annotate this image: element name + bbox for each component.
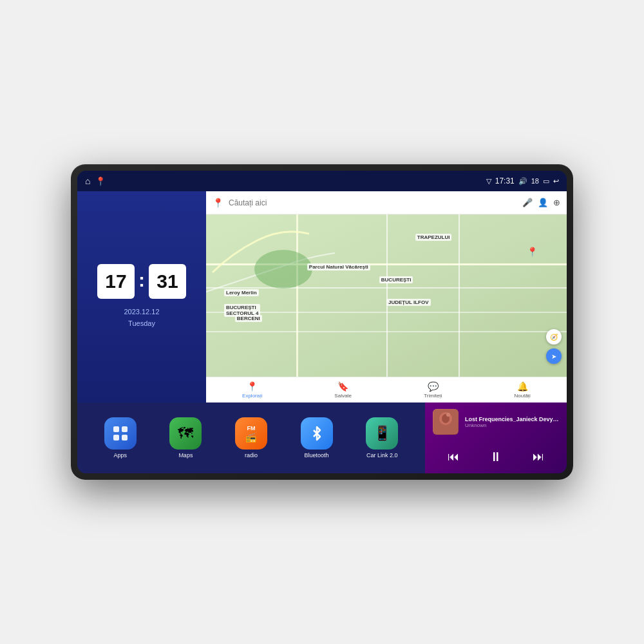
main-content: 17 : 31 2023.12.12 Tuesday 📍 🎤 👤 ⊕ bbox=[77, 191, 567, 402]
music-player: Lost Frequencies_Janieck Devy-... Unknow… bbox=[425, 402, 567, 473]
clock-minute: 31 bbox=[149, 264, 186, 299]
svg-rect-3 bbox=[113, 435, 119, 440]
map-panel: 📍 🎤 👤 ⊕ bbox=[206, 191, 567, 402]
news-icon: 🔔 bbox=[517, 381, 528, 392]
home-icon[interactable]: ⌂ bbox=[85, 176, 90, 186]
map-nav-explore[interactable]: 📍 Explorați bbox=[242, 381, 262, 399]
day-value: Tuesday bbox=[124, 318, 159, 330]
fm-label: FM bbox=[247, 425, 255, 431]
app-icon-bluetooth[interactable]: Bluetooth bbox=[301, 417, 333, 459]
album-art bbox=[433, 410, 458, 434]
next-button[interactable]: ⏭ bbox=[527, 448, 549, 466]
radio-icon-box: FM 📻 bbox=[235, 417, 267, 450]
svg-point-8 bbox=[446, 413, 450, 417]
volume-icon: 🔊 bbox=[518, 177, 527, 185]
app-icons-area: Apps 🗺 Maps FM 📻 radio bbox=[77, 402, 425, 473]
saved-label: Salvate bbox=[334, 393, 352, 399]
svg-point-0 bbox=[254, 250, 312, 289]
clock-hour: 17 bbox=[97, 264, 135, 299]
bluetooth-label: Bluetooth bbox=[305, 452, 329, 459]
map-area[interactable]: BUCUREȘTI JUDEȚUL ILFOV TRAPEZULUI BERCE… bbox=[206, 214, 567, 377]
map-pin-icon: 📍 bbox=[213, 198, 223, 208]
clock-panel: 17 : 31 2023.12.12 Tuesday bbox=[77, 191, 206, 402]
car-display-device: ⌂ 📍 ▽ 17:31 🔊 18 ▭ ↩ 17 : 31 bbox=[71, 164, 573, 480]
location-pin: 📍 bbox=[527, 247, 538, 257]
map-label-parc: Parcul Natural Văcărești bbox=[307, 263, 370, 270]
bluetooth-svg-icon bbox=[309, 426, 325, 441]
music-artist: Unknown bbox=[465, 422, 559, 428]
account-icon[interactable]: 👤 bbox=[538, 198, 548, 207]
clock-colon: : bbox=[138, 264, 145, 299]
map-nav-share[interactable]: 💬 Trimiteți bbox=[424, 381, 442, 399]
date-value: 2023.12.12 bbox=[124, 307, 159, 318]
carlink-icon-glyph: 📱 bbox=[374, 425, 391, 442]
map-search-bar[interactable]: 📍 🎤 👤 ⊕ bbox=[206, 191, 567, 214]
battery-level: 18 bbox=[531, 177, 539, 185]
compass-button[interactable]: 🧭 bbox=[546, 329, 562, 345]
apps-svg-icon bbox=[112, 425, 129, 442]
radio-label: radio bbox=[245, 452, 258, 459]
status-left-icons: ⌂ 📍 bbox=[85, 176, 106, 186]
battery-icon: ▭ bbox=[543, 177, 549, 185]
radio-icon-glyph: 📻 bbox=[245, 432, 256, 442]
map-label-bucharest: BUCUREȘTI bbox=[379, 276, 413, 283]
map-background: BUCUREȘTI JUDEȚUL ILFOV TRAPEZULUI BERCE… bbox=[206, 214, 567, 377]
signal-icon: ▽ bbox=[486, 177, 491, 185]
maps-status-icon[interactable]: 📍 bbox=[95, 176, 106, 186]
map-search-input[interactable] bbox=[229, 198, 517, 207]
map-nav-saved[interactable]: 🔖 Salvate bbox=[334, 381, 352, 399]
saved-icon: 🔖 bbox=[337, 381, 348, 392]
clock-widget: 17 : 31 bbox=[97, 264, 186, 299]
app-icon-carlink[interactable]: 📱 Car Link 2.0 bbox=[366, 417, 398, 459]
bottom-strip: Apps 🗺 Maps FM 📻 radio bbox=[77, 402, 567, 473]
carlink-label: Car Link 2.0 bbox=[366, 452, 398, 459]
share-icon: 💬 bbox=[428, 381, 439, 392]
music-info: Lost Frequencies_Janieck Devy-... Unknow… bbox=[433, 409, 559, 435]
prev-button[interactable]: ⏮ bbox=[442, 448, 464, 466]
explore-label: Explorați bbox=[242, 393, 262, 399]
map-label-ilfov: JUDEȚUL ILFOV bbox=[386, 299, 431, 306]
device-screen: ⌂ 📍 ▽ 17:31 🔊 18 ▭ ↩ 17 : 31 bbox=[77, 171, 567, 473]
svg-rect-4 bbox=[122, 435, 128, 440]
carlink-icon-box: 📱 bbox=[366, 417, 398, 450]
apps-icon-box bbox=[104, 417, 137, 450]
layers-icon[interactable]: ⊕ bbox=[553, 198, 560, 207]
bluetooth-icon-box bbox=[301, 417, 333, 450]
navigate-button[interactable]: ➤ bbox=[546, 348, 562, 364]
svg-rect-1 bbox=[113, 426, 119, 432]
maps-icon-glyph: 🗺 bbox=[178, 424, 193, 442]
share-label: Trimiteți bbox=[424, 393, 442, 399]
status-time: 17:31 bbox=[495, 176, 515, 185]
explore-icon: 📍 bbox=[247, 381, 258, 392]
news-label: Noutăți bbox=[515, 393, 531, 399]
music-controls: ⏮ ⏸ ⏭ bbox=[433, 447, 559, 467]
music-thumbnail bbox=[433, 409, 459, 435]
map-label-sector4: BUCUREȘTISECTORUL 4 bbox=[224, 304, 260, 317]
status-right-info: ▽ 17:31 🔊 18 ▭ ↩ bbox=[486, 176, 559, 185]
back-icon[interactable]: ↩ bbox=[553, 177, 559, 185]
map-label-leroy: Leroy Merlin bbox=[224, 289, 259, 296]
maps-icon-box: 🗺 bbox=[169, 417, 202, 450]
map-nav-news[interactable]: 🔔 Noutăți bbox=[515, 381, 531, 399]
map-label-trapezului: TRAPEZULUI bbox=[415, 234, 452, 241]
music-details: Lost Frequencies_Janieck Devy-... Unknow… bbox=[465, 416, 559, 428]
status-bar: ⌂ 📍 ▽ 17:31 🔊 18 ▭ ↩ bbox=[77, 171, 567, 191]
voice-search-icon[interactable]: 🎤 bbox=[522, 198, 533, 207]
apps-label: Apps bbox=[114, 452, 128, 459]
app-icon-apps[interactable]: Apps bbox=[104, 417, 137, 459]
svg-rect-2 bbox=[122, 426, 128, 432]
maps-label: Maps bbox=[178, 452, 193, 459]
play-pause-button[interactable]: ⏸ bbox=[484, 447, 507, 467]
music-title: Lost Frequencies_Janieck Devy-... bbox=[465, 416, 559, 422]
app-icon-radio[interactable]: FM 📻 radio bbox=[235, 417, 267, 459]
map-nav-bar: 📍 Explorați 🔖 Salvate 💬 Trimiteți 🔔 Nout… bbox=[206, 377, 567, 402]
date-display: 2023.12.12 Tuesday bbox=[124, 307, 159, 329]
app-icon-maps[interactable]: 🗺 Maps bbox=[169, 417, 202, 459]
